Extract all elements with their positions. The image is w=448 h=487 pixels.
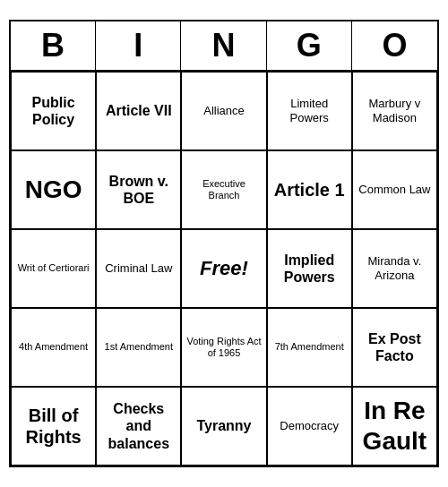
bingo-grid: Public PolicyArticle VIIAllianceLimited … (11, 72, 437, 466)
bingo-cell-20: Bill of Rights (11, 387, 96, 466)
bingo-header: BINGO (11, 21, 437, 72)
header-letter-g: G (267, 21, 352, 70)
bingo-cell-0: Public Policy (11, 72, 96, 150)
bingo-cell-7: Executive Branch (181, 150, 266, 229)
bingo-cell-13: Implied Powers (267, 229, 352, 308)
header-letter-b: B (11, 21, 96, 70)
bingo-cell-2: Alliance (181, 72, 266, 150)
bingo-cell-11: Criminal Law (96, 229, 181, 308)
bingo-cell-1: Article VII (96, 72, 181, 150)
bingo-cell-6: Brown v. BOE (96, 150, 181, 229)
bingo-cell-8: Article 1 (267, 150, 352, 229)
bingo-card: BINGO Public PolicyArticle VIIAllianceLi… (9, 20, 439, 467)
bingo-cell-24: In Re Gault (352, 387, 437, 466)
header-letter-i: I (96, 21, 181, 70)
bingo-cell-12: Free! (181, 229, 266, 308)
bingo-cell-14: Miranda v. Arizona (352, 229, 437, 308)
bingo-cell-19: Ex Post Facto (352, 308, 437, 387)
bingo-cell-3: Limited Powers (267, 72, 352, 150)
bingo-cell-23: Democracy (267, 387, 352, 466)
bingo-cell-16: 1st Amendment (96, 308, 181, 387)
header-letter-n: N (181, 21, 266, 70)
header-letter-o: O (352, 21, 437, 70)
bingo-cell-10: Writ of Certiorari (11, 229, 96, 308)
bingo-cell-18: 7th Amendment (267, 308, 352, 387)
bingo-cell-17: Voting Rights Act of 1965 (181, 308, 266, 387)
bingo-cell-15: 4th Amendment (11, 308, 96, 387)
bingo-cell-4: Marbury v Madison (352, 72, 437, 150)
bingo-cell-21: Checks and balances (96, 387, 181, 466)
bingo-cell-9: Common Law (352, 150, 437, 229)
bingo-cell-22: Tyranny (181, 387, 266, 466)
bingo-cell-5: NGO (11, 150, 96, 229)
